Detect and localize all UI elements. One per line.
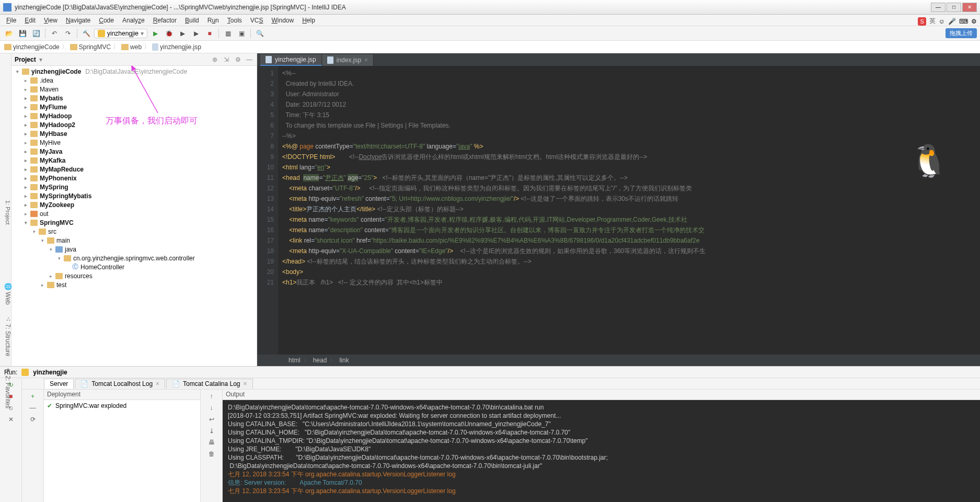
expand-arrow-icon[interactable]: ▸	[23, 131, 28, 136]
keyboard-icon[interactable]: ⌨	[959, 18, 968, 25]
breadcrumb-item[interactable]: SpringMVC	[70, 43, 111, 51]
tree-item[interactable]: ▸MyHadoop	[14, 111, 255, 120]
tree-item[interactable]: ▸MyFlume	[14, 102, 255, 111]
expand-arrow-icon[interactable]: ▸	[48, 273, 53, 279]
tree-item[interactable]: ▾src	[14, 227, 255, 236]
menu-navigate[interactable]: Navigate	[62, 16, 95, 25]
close-tab-icon[interactable]: ×	[244, 380, 247, 387]
breadcrumb-item[interactable]: yinzhengjieCode	[4, 43, 60, 51]
expand-arrow-icon[interactable]: ▸	[23, 167, 28, 172]
close-tab-icon[interactable]: ×	[156, 380, 159, 387]
deployment-list[interactable]: ✔ SpringMVC:war exploded	[44, 400, 200, 502]
tree-item[interactable]: ▸MyJava	[14, 147, 255, 156]
tree-item[interactable]: ▸MyHadoop2	[14, 120, 255, 129]
deployment-item[interactable]: ✔ SpringMVC:war exploded	[47, 402, 197, 409]
expand-arrow-icon[interactable]: ▾	[56, 256, 62, 261]
expand-arrow-icon[interactable]: ▸	[23, 78, 28, 83]
tree-item[interactable]: ▸test	[14, 280, 255, 289]
deploy-refresh-icon[interactable]: ⟳	[28, 415, 38, 424]
tree-item[interactable]: ▸resources	[14, 271, 255, 280]
breadcrumb-item[interactable]: yinzhengjie.jsp	[152, 43, 201, 51]
console-output[interactable]: D:\BigData\yinzhengjieData\tomcat\apache…	[223, 400, 980, 502]
menu-build[interactable]: Build	[181, 16, 203, 25]
minimize-button[interactable]: —	[931, 3, 946, 12]
avd-icon[interactable]: ▣	[236, 28, 247, 39]
run-tab-server[interactable]: Server	[44, 379, 74, 389]
redo-icon[interactable]: ↷	[62, 28, 74, 39]
expand-arrow-icon[interactable]: ▾	[31, 229, 37, 234]
up-icon[interactable]: ↑	[207, 392, 216, 401]
expand-arrow-icon[interactable]: ▸	[23, 158, 28, 163]
tree-item[interactable]: ▸MyHive	[14, 138, 255, 147]
tree-item[interactable]: ▸MyPhonenix	[14, 174, 255, 182]
expand-arrow-icon[interactable]: ▸	[23, 140, 28, 145]
run-tab-localhost[interactable]: 📄Tomcat Localhost Log×	[75, 379, 165, 389]
print-icon[interactable]: 🖶	[207, 438, 216, 447]
expand-arrow-icon[interactable]: ▾	[40, 238, 45, 243]
tree-item[interactable]: ▸MyZookeep	[14, 200, 255, 209]
expand-arrow-icon[interactable]: ▸	[23, 211, 28, 216]
close-tab-icon[interactable]: ×	[364, 56, 368, 64]
menu-view[interactable]: View	[40, 16, 62, 25]
menu-run[interactable]: Run	[203, 16, 223, 25]
refresh-icon[interactable]: 🔄	[30, 28, 42, 39]
menu-help[interactable]: Help	[298, 16, 319, 25]
menu-code[interactable]: Code	[95, 16, 118, 25]
expand-arrow-icon[interactable]: ▸	[23, 149, 28, 154]
expand-arrow-icon[interactable]: ▾	[48, 247, 53, 252]
expand-arrow-icon[interactable]: ▸	[23, 185, 28, 190]
editor-tab[interactable]: yinzhengjie.jsp	[260, 54, 322, 66]
expand-arrow-icon[interactable]: ▸	[23, 202, 28, 208]
expand-arrow-icon[interactable]: ▸	[23, 176, 28, 181]
tree-item[interactable]: ▸MySpringMybatis	[14, 191, 255, 200]
collapse-icon[interactable]: ⇲	[222, 56, 230, 63]
code-editor[interactable]: 123456789101112131415161718192021 <%-- C…	[257, 66, 980, 355]
hide-icon[interactable]: —	[245, 56, 253, 63]
run-config-selector[interactable]: yinzhengjie ▾	[94, 29, 147, 38]
scroll-icon[interactable]: ⤓	[207, 426, 216, 436]
deploy-add-icon[interactable]: +	[28, 392, 38, 401]
expand-arrow-icon[interactable]: ▸	[40, 282, 45, 288]
open-icon[interactable]: 📂	[3, 28, 15, 39]
deploy-remove-icon[interactable]: —	[28, 403, 38, 413]
tree-root[interactable]: ▾ yinzhengjieCode D:\BigData\JavaSE\yinz…	[14, 67, 255, 76]
expand-arrow-icon[interactable]: ▾	[23, 220, 28, 225]
favorites-tool-button[interactable]: ★ 2: Favorites	[0, 367, 11, 408]
maximize-button[interactable]: □	[947, 3, 961, 12]
expand-arrow-icon[interactable]: ▸	[23, 105, 28, 110]
ime-icon[interactable]: S	[918, 17, 926, 26]
expand-arrow-icon[interactable]: ▸	[23, 96, 28, 101]
coverage-button[interactable]: ▶	[177, 28, 188, 39]
expand-arrow-icon[interactable]: ▸	[23, 113, 28, 119]
code-content[interactable]: <%-- Created by IntelliJ IDEA. User: Adm…	[278, 66, 980, 355]
menu-window[interactable]: Window	[267, 16, 298, 25]
tree-item[interactable]: ▸.idea	[14, 76, 255, 85]
emoji-icon[interactable]: ☺	[939, 18, 945, 25]
editor-tab[interactable]: index.jsp×	[322, 54, 374, 66]
hammer-icon[interactable]: 🔨	[80, 28, 92, 39]
tree-item[interactable]: ▾cn.org.yinzhengjie.springmvc.web.contro…	[14, 254, 255, 263]
tree-item[interactable]: ▸MyMapReduce	[14, 165, 255, 174]
run-button[interactable]: ▶	[149, 28, 161, 39]
tree-item[interactable]: ▸MySpring	[14, 182, 255, 191]
debug-button[interactable]: 🐞	[163, 28, 175, 39]
upload-badge[interactable]: 拖拽上传	[946, 28, 977, 38]
menu-analyze[interactable]: Analyze	[118, 16, 149, 25]
tree-item[interactable]: ⒸHomeController	[14, 263, 255, 271]
tree-item[interactable]: ▸Maven	[14, 85, 255, 94]
structure-tool-button[interactable]: ⛬ 7: Structure	[0, 315, 11, 356]
close-button[interactable]: ✕	[962, 3, 977, 12]
chevron-down-icon[interactable]: ▾	[39, 56, 42, 63]
tree-item[interactable]: ▾SpringMVC	[14, 218, 255, 227]
tree-item[interactable]: ▸MyHbase	[14, 129, 255, 138]
menu-tools[interactable]: Tools	[223, 16, 246, 25]
wrap-icon[interactable]: ↩	[207, 415, 216, 424]
tree-item[interactable]: ▸Mybatis	[14, 94, 255, 102]
tree-item[interactable]: ▸out	[14, 209, 255, 218]
expand-arrow-icon[interactable]: ▸	[23, 87, 28, 92]
nav-item[interactable]: head	[313, 357, 327, 364]
expand-arrow-icon[interactable]: ▸	[23, 122, 28, 128]
tree-item[interactable]: ▸MyKafka	[14, 156, 255, 165]
menu-vcs[interactable]: VCS	[246, 16, 268, 25]
tree-item[interactable]: ▾java	[14, 245, 255, 254]
